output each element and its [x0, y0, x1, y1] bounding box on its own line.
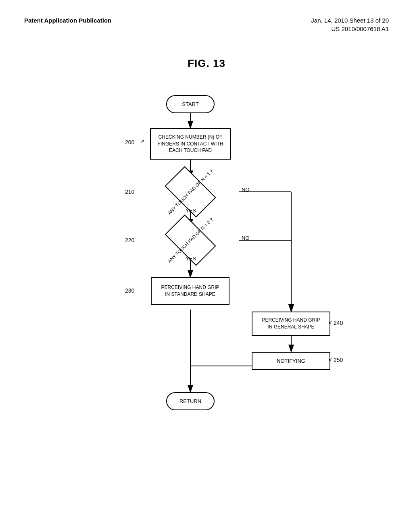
return-label: RETURN	[179, 398, 201, 404]
header-patent-number: US 2010/0007618 A1	[311, 25, 389, 33]
ref-240: 240	[334, 320, 343, 326]
arrow-ref-200: ↗	[140, 138, 144, 144]
ref-250: 250	[334, 357, 343, 363]
arrow-250: ↙	[328, 356, 333, 362]
fig-title: FIG. 13	[24, 57, 389, 70]
node-230-label: PERCEIVING HAND GRIP IN STANDARD SHAPE	[161, 284, 219, 298]
ref-200: 200	[125, 139, 134, 145]
return-node: RETURN	[166, 392, 215, 410]
header: Patent Application Publication Jan. 14, …	[24, 16, 389, 33]
yes-label-220: YES	[186, 256, 196, 262]
ref-210: 210	[125, 189, 134, 195]
header-right: Jan. 14, 2010 Sheet 13 of 20 US 2010/000…	[311, 16, 389, 33]
arrow-240: ↙	[328, 319, 333, 325]
no-label-220: NO	[242, 235, 250, 241]
node-200-label: CHECKING NUMBER (N) OF FINGERS IN CONTAC…	[158, 134, 223, 154]
node-250-label: NOTIFYING	[277, 358, 305, 364]
flowchart: START CHECKING NUMBER (N) OF FINGERS IN …	[65, 86, 348, 449]
ref-220: 220	[125, 237, 134, 243]
node-250: NOTIFYING	[252, 352, 330, 370]
header-left: Patent Application Publication	[24, 16, 111, 25]
yes-label-210: YES	[186, 208, 196, 214]
node-200: CHECKING NUMBER (N) OF FINGERS IN CONTAC…	[150, 128, 231, 160]
node-240: PERCEIVING HAND GRIP IN GENERAL SHAPE	[252, 312, 330, 336]
node-240-label: PERCEIVING HAND GRIP IN GENERAL SHAPE	[262, 317, 320, 330]
publication-label: Patent Application Publication	[24, 17, 111, 24]
start-node: START	[166, 95, 215, 113]
header-date-sheet: Jan. 14, 2010 Sheet 13 of 20	[311, 16, 389, 25]
page: Patent Application Publication Jan. 14, …	[0, 0, 413, 532]
no-label-210: NO	[242, 187, 250, 193]
ref-230: 230	[125, 287, 134, 294]
node-230: PERCEIVING HAND GRIP IN STANDARD SHAPE	[151, 277, 229, 305]
start-label: START	[182, 101, 198, 107]
